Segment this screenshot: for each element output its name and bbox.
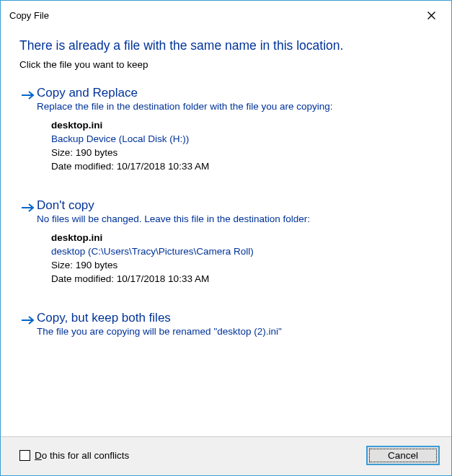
checkbox-label: Do this for all conflicts <box>35 450 129 461</box>
sub-heading: Click the file you want to keep <box>19 59 433 70</box>
copy-file-dialog: Copy File There is already a file with t… <box>0 0 452 476</box>
file-details: desktop.ini Backup Device (Local Disk (H… <box>51 119 433 174</box>
main-heading: There is already a file with the same na… <box>19 38 433 53</box>
dialog-content: There is already a file with the same na… <box>1 30 451 436</box>
window-title: Copy File <box>9 10 49 21</box>
option-body: Copy and Replace Replace the file in the… <box>37 86 433 174</box>
do-for-all-checkbox[interactable]: Do this for all conflicts <box>19 450 129 461</box>
file-name: desktop.ini <box>51 119 433 133</box>
option-desc: Replace the file in the destination fold… <box>37 101 433 112</box>
file-name: desktop.ini <box>51 232 433 245</box>
option-keep-both[interactable]: Copy, but keep both files The file you a… <box>19 311 433 337</box>
option-desc: The file you are copying will be renamed… <box>37 326 433 337</box>
cancel-button[interactable]: Cancel <box>366 446 440 465</box>
option-dont-copy[interactable]: Don't copy No files will be changed. Lea… <box>19 198 433 286</box>
file-details: desktop.ini desktop (C:\Users\Tracy\Pict… <box>51 232 433 286</box>
option-body: Don't copy No files will be changed. Lea… <box>37 198 433 286</box>
checkbox-icon <box>19 450 30 461</box>
option-copy-replace[interactable]: Copy and Replace Replace the file in the… <box>19 86 433 174</box>
arrow-icon <box>19 312 37 328</box>
close-button[interactable] <box>417 5 446 25</box>
file-location: Backup Device (Local Disk (H:)) <box>51 133 433 146</box>
option-title: Don't copy <box>37 198 433 213</box>
option-desc: No files will be changed. Leave this fil… <box>37 213 433 224</box>
option-body: Copy, but keep both files The file you a… <box>37 311 433 337</box>
file-modified: Date modified: 10/17/2018 10:33 AM <box>51 273 433 286</box>
option-title: Copy and Replace <box>37 86 433 100</box>
file-modified: Date modified: 10/17/2018 10:33 AM <box>51 160 433 174</box>
option-title: Copy, but keep both files <box>37 311 433 325</box>
file-size: Size: 190 bytes <box>51 259 433 273</box>
dialog-footer: Do this for all conflicts Cancel <box>1 436 451 475</box>
arrow-icon <box>19 87 37 103</box>
arrow-icon <box>19 200 37 216</box>
close-icon <box>427 12 435 19</box>
file-location: desktop (C:\Users\Tracy\Pictures\Camera … <box>51 245 433 259</box>
titlebar: Copy File <box>1 1 451 30</box>
file-size: Size: 190 bytes <box>51 146 433 160</box>
